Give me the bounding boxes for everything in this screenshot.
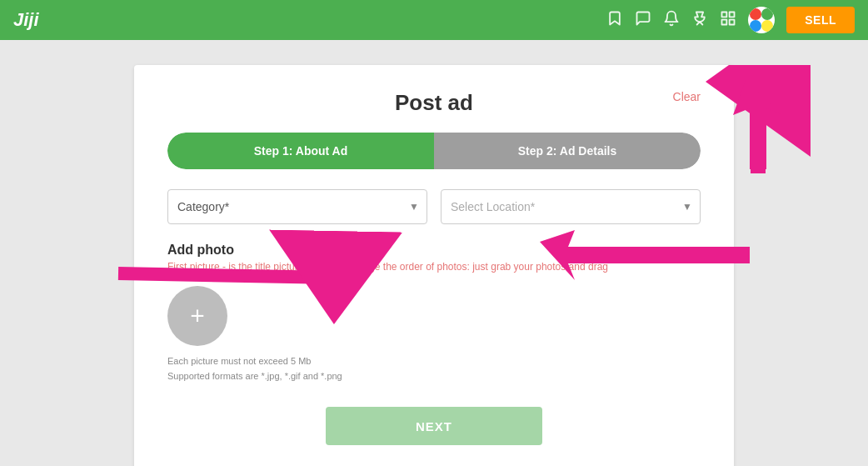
svg-rect-2 bbox=[722, 19, 727, 24]
category-select[interactable] bbox=[167, 189, 427, 224]
form-row: ▼ Category* ▼ Select Location* bbox=[167, 189, 701, 224]
category-wrapper: ▼ Category* bbox=[167, 189, 427, 224]
steps-bar: Step 1: About Ad Step 2: Ad Details bbox=[167, 133, 701, 169]
header-actions: SELL bbox=[606, 7, 855, 33]
next-btn-wrapper: NEXT bbox=[167, 407, 701, 445]
location-wrapper: ▼ Select Location* bbox=[441, 189, 701, 224]
svg-point-5 bbox=[761, 8, 773, 20]
page-background: Post ad Clear Step 1: About Ad Step 2: A… bbox=[0, 40, 868, 466]
add-photo-section: Add photo First picture - is the title p… bbox=[167, 243, 701, 383]
svg-rect-1 bbox=[730, 12, 735, 17]
photo-note: Each picture must not exceed 5 Mb Suppor… bbox=[167, 354, 701, 383]
svg-rect-0 bbox=[722, 12, 727, 17]
grid-icon[interactable] bbox=[720, 10, 736, 31]
svg-point-4 bbox=[750, 8, 761, 20]
chat-icon[interactable] bbox=[635, 10, 651, 31]
add-photo-hint: First picture - is the title picture. Yo… bbox=[167, 261, 701, 273]
svg-marker-11 bbox=[733, 80, 783, 169]
plus-icon: + bbox=[190, 303, 205, 328]
page-title: Post ad bbox=[167, 90, 701, 116]
bookmark-icon[interactable] bbox=[606, 10, 623, 31]
clear-button[interactable]: Clear bbox=[673, 90, 701, 103]
trophy-icon[interactable] bbox=[691, 10, 708, 31]
post-ad-card: Post ad Clear Step 1: About Ad Step 2: A… bbox=[134, 65, 734, 466]
next-button[interactable]: NEXT bbox=[326, 407, 542, 445]
bell-icon[interactable] bbox=[663, 10, 680, 31]
add-photo-label: Add photo bbox=[167, 243, 701, 258]
sell-button[interactable]: SELL bbox=[786, 7, 855, 33]
svg-rect-3 bbox=[730, 19, 735, 24]
header: Jiji SELL bbox=[0, 0, 868, 40]
step-1[interactable]: Step 1: About Ad bbox=[167, 133, 434, 169]
svg-point-6 bbox=[750, 20, 761, 32]
step-2: Step 2: Ad Details bbox=[434, 133, 701, 169]
logo: Jiji bbox=[13, 9, 39, 31]
photo-upload-button[interactable]: + bbox=[167, 286, 227, 346]
svg-point-7 bbox=[761, 20, 773, 32]
location-select[interactable] bbox=[441, 189, 701, 224]
avatar[interactable] bbox=[748, 7, 775, 33]
